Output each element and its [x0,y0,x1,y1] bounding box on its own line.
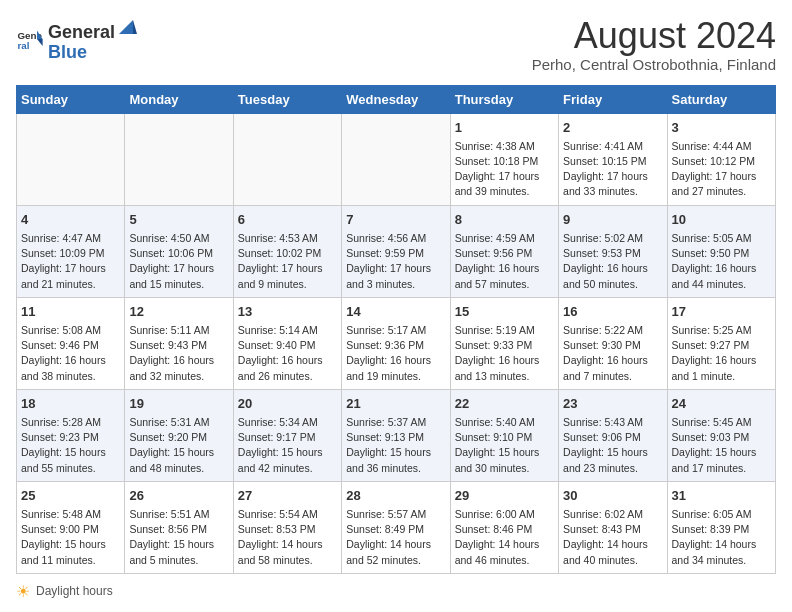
calendar-cell: 24Sunrise: 5:45 AM Sunset: 9:03 PM Dayli… [667,389,775,481]
day-number: 24 [672,395,771,413]
day-number: 6 [238,211,337,229]
col-header-thursday: Thursday [450,85,558,113]
day-info: Sunrise: 5:31 AM Sunset: 9:20 PM Dayligh… [129,415,228,476]
subtitle: Perho, Central Ostrobothnia, Finland [532,56,776,73]
day-info: Sunrise: 6:00 AM Sunset: 8:46 PM Dayligh… [455,507,554,568]
title-area: August 2024 Perho, Central Ostrobothnia,… [532,16,776,73]
day-info: Sunrise: 4:38 AM Sunset: 10:18 PM Daylig… [455,139,554,200]
logo-blue: Blue [48,42,87,62]
calendar-cell: 11Sunrise: 5:08 AM Sunset: 9:46 PM Dayli… [17,297,125,389]
calendar-header-row: SundayMondayTuesdayWednesdayThursdayFrid… [17,85,776,113]
calendar-cell: 31Sunrise: 6:05 AM Sunset: 8:39 PM Dayli… [667,481,775,573]
day-number: 1 [455,119,554,137]
day-number: 11 [21,303,120,321]
calendar-cell: 23Sunrise: 5:43 AM Sunset: 9:06 PM Dayli… [559,389,667,481]
calendar-cell: 20Sunrise: 5:34 AM Sunset: 9:17 PM Dayli… [233,389,341,481]
calendar-cell [17,113,125,205]
day-info: Sunrise: 5:11 AM Sunset: 9:43 PM Dayligh… [129,323,228,384]
svg-marker-4 [119,20,133,34]
day-number: 8 [455,211,554,229]
calendar-cell [342,113,450,205]
day-info: Sunrise: 5:43 AM Sunset: 9:06 PM Dayligh… [563,415,662,476]
day-info: Sunrise: 4:59 AM Sunset: 9:56 PM Dayligh… [455,231,554,292]
footer-label: Daylight hours [36,584,113,598]
logo-icon: Gene ral [16,25,44,53]
col-header-saturday: Saturday [667,85,775,113]
calendar-cell: 27Sunrise: 5:54 AM Sunset: 8:53 PM Dayli… [233,481,341,573]
calendar-cell: 14Sunrise: 5:17 AM Sunset: 9:36 PM Dayli… [342,297,450,389]
calendar-cell: 21Sunrise: 5:37 AM Sunset: 9:13 PM Dayli… [342,389,450,481]
calendar-cell: 17Sunrise: 5:25 AM Sunset: 9:27 PM Dayli… [667,297,775,389]
calendar-cell: 13Sunrise: 5:14 AM Sunset: 9:40 PM Dayli… [233,297,341,389]
calendar-cell: 2Sunrise: 4:41 AM Sunset: 10:15 PM Dayli… [559,113,667,205]
day-info: Sunrise: 4:53 AM Sunset: 10:02 PM Daylig… [238,231,337,292]
day-info: Sunrise: 5:08 AM Sunset: 9:46 PM Dayligh… [21,323,120,384]
calendar-cell: 5Sunrise: 4:50 AM Sunset: 10:06 PM Dayli… [125,205,233,297]
day-number: 7 [346,211,445,229]
day-number: 5 [129,211,228,229]
footer-note: ☀ Daylight hours [16,582,776,601]
calendar-cell: 28Sunrise: 5:57 AM Sunset: 8:49 PM Dayli… [342,481,450,573]
day-number: 31 [672,487,771,505]
day-number: 29 [455,487,554,505]
day-info: Sunrise: 5:22 AM Sunset: 9:30 PM Dayligh… [563,323,662,384]
calendar-cell: 4Sunrise: 4:47 AM Sunset: 10:09 PM Dayli… [17,205,125,297]
calendar-cell: 9Sunrise: 5:02 AM Sunset: 9:53 PM Daylig… [559,205,667,297]
col-header-friday: Friday [559,85,667,113]
day-number: 15 [455,303,554,321]
day-info: Sunrise: 4:41 AM Sunset: 10:15 PM Daylig… [563,139,662,200]
calendar-cell: 6Sunrise: 4:53 AM Sunset: 10:02 PM Dayli… [233,205,341,297]
day-info: Sunrise: 4:56 AM Sunset: 9:59 PM Dayligh… [346,231,445,292]
calendar-cell: 1Sunrise: 4:38 AM Sunset: 10:18 PM Dayli… [450,113,558,205]
day-number: 3 [672,119,771,137]
day-number: 10 [672,211,771,229]
day-info: Sunrise: 5:05 AM Sunset: 9:50 PM Dayligh… [672,231,771,292]
day-info: Sunrise: 5:14 AM Sunset: 9:40 PM Dayligh… [238,323,337,384]
day-number: 13 [238,303,337,321]
day-info: Sunrise: 5:48 AM Sunset: 9:00 PM Dayligh… [21,507,120,568]
day-info: Sunrise: 5:45 AM Sunset: 9:03 PM Dayligh… [672,415,771,476]
day-info: Sunrise: 6:05 AM Sunset: 8:39 PM Dayligh… [672,507,771,568]
day-number: 23 [563,395,662,413]
day-info: Sunrise: 5:40 AM Sunset: 9:10 PM Dayligh… [455,415,554,476]
day-info: Sunrise: 5:17 AM Sunset: 9:36 PM Dayligh… [346,323,445,384]
col-header-tuesday: Tuesday [233,85,341,113]
svg-text:ral: ral [17,40,29,51]
calendar-cell: 26Sunrise: 5:51 AM Sunset: 8:56 PM Dayli… [125,481,233,573]
day-number: 16 [563,303,662,321]
calendar-table: SundayMondayTuesdayWednesdayThursdayFrid… [16,85,776,574]
col-header-monday: Monday [125,85,233,113]
day-info: Sunrise: 5:25 AM Sunset: 9:27 PM Dayligh… [672,323,771,384]
calendar-week-4: 18Sunrise: 5:28 AM Sunset: 9:23 PM Dayli… [17,389,776,481]
day-info: Sunrise: 5:19 AM Sunset: 9:33 PM Dayligh… [455,323,554,384]
day-number: 30 [563,487,662,505]
day-number: 4 [21,211,120,229]
day-info: Sunrise: 4:47 AM Sunset: 10:09 PM Daylig… [21,231,120,292]
day-info: Sunrise: 5:37 AM Sunset: 9:13 PM Dayligh… [346,415,445,476]
col-header-wednesday: Wednesday [342,85,450,113]
day-info: Sunrise: 5:54 AM Sunset: 8:53 PM Dayligh… [238,507,337,568]
calendar-cell [233,113,341,205]
calendar-cell: 22Sunrise: 5:40 AM Sunset: 9:10 PM Dayli… [450,389,558,481]
day-info: Sunrise: 4:50 AM Sunset: 10:06 PM Daylig… [129,231,228,292]
sun-icon: ☀ [16,582,30,601]
calendar-cell: 19Sunrise: 5:31 AM Sunset: 9:20 PM Dayli… [125,389,233,481]
calendar-cell: 30Sunrise: 6:02 AM Sunset: 8:43 PM Dayli… [559,481,667,573]
day-number: 28 [346,487,445,505]
logo-triangle-icon [115,16,137,38]
calendar-cell: 12Sunrise: 5:11 AM Sunset: 9:43 PM Dayli… [125,297,233,389]
day-info: Sunrise: 5:34 AM Sunset: 9:17 PM Dayligh… [238,415,337,476]
day-number: 9 [563,211,662,229]
calendar-cell [125,113,233,205]
day-number: 14 [346,303,445,321]
day-info: Sunrise: 6:02 AM Sunset: 8:43 PM Dayligh… [563,507,662,568]
calendar-cell: 16Sunrise: 5:22 AM Sunset: 9:30 PM Dayli… [559,297,667,389]
calendar-week-2: 4Sunrise: 4:47 AM Sunset: 10:09 PM Dayli… [17,205,776,297]
calendar-cell: 8Sunrise: 4:59 AM Sunset: 9:56 PM Daylig… [450,205,558,297]
day-number: 21 [346,395,445,413]
logo: Gene ral General Blue [16,16,137,63]
day-number: 17 [672,303,771,321]
day-info: Sunrise: 5:02 AM Sunset: 9:53 PM Dayligh… [563,231,662,292]
day-number: 18 [21,395,120,413]
day-info: Sunrise: 5:57 AM Sunset: 8:49 PM Dayligh… [346,507,445,568]
